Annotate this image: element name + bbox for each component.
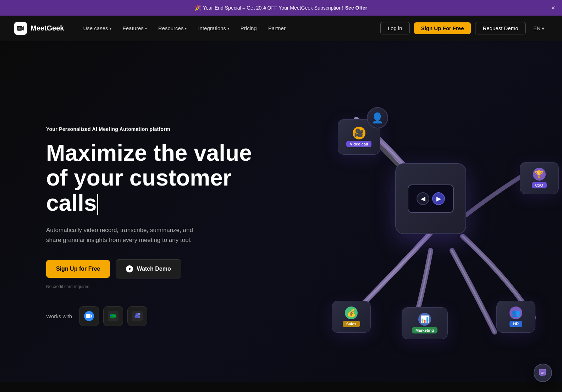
hero-watch-demo-button[interactable]: Watch Demo xyxy=(116,259,181,278)
play-icon xyxy=(126,265,133,272)
cxo-avatar: 🏆 xyxy=(533,168,546,181)
nav-features[interactable]: Features ▾ xyxy=(118,22,152,34)
nav-integrations[interactable]: Integrations ▾ xyxy=(193,22,234,34)
nav-actions: Log in Sign Up For Free Request Demo EN … xyxy=(380,22,548,34)
hub-button-right: ▶ xyxy=(432,192,445,205)
watch-demo-label: Watch Demo xyxy=(137,266,171,272)
hero-signup-button[interactable]: Sign Up for Free xyxy=(46,260,110,278)
zoom-integration-icon[interactable] xyxy=(79,306,99,326)
nav-resources[interactable]: Resources ▾ xyxy=(153,22,192,34)
request-demo-button[interactable]: Request Demo xyxy=(475,22,525,34)
no-credit-card-text: No credit card required. xyxy=(46,284,266,289)
nav-partner[interactable]: Partner xyxy=(263,22,291,34)
video-call-badge: Video call xyxy=(346,141,371,147)
language-selector[interactable]: EN ▾ xyxy=(530,23,548,33)
chevron-down-icon: ▾ xyxy=(185,27,187,31)
hub-button-left: ◀ xyxy=(417,192,429,205)
sales-card: 💰 Sales xyxy=(332,301,371,333)
works-with: Works with xyxy=(46,306,266,326)
nav-logo[interactable]: MeetGeek xyxy=(14,22,64,35)
signup-nav-button[interactable]: Sign Up For Free xyxy=(414,22,471,34)
works-with-icons xyxy=(79,306,147,326)
cxo-card: 🏆 CxO xyxy=(520,162,559,194)
navbar: MeetGeek Use cases ▾ Features ▾ Resource… xyxy=(0,16,562,41)
hub-screen: ◀ ▶ xyxy=(408,184,454,213)
logo-text: MeetGeek xyxy=(31,24,64,32)
announcement-text: Year-End Special – Get 20% OFF Your Meet… xyxy=(203,5,343,11)
svg-point-8 xyxy=(138,313,140,316)
hero-title-line1: Maximize the value xyxy=(46,140,252,166)
hr-avatar: 👥 xyxy=(509,307,522,319)
nav-use-cases[interactable]: Use cases ▾ xyxy=(78,22,116,34)
close-announcement-button[interactable]: × xyxy=(551,5,555,11)
chat-widget-button[interactable] xyxy=(534,364,552,382)
teams-integration-icon[interactable] xyxy=(127,306,147,326)
video-call-avatar: 🎥 xyxy=(353,127,365,139)
hero-illustration: ◀ ▶ 🎥 Video call 💰 Sales 📊 Marketing xyxy=(285,77,562,382)
floating-person: 👤 xyxy=(367,107,388,128)
hr-card: 👥 HR xyxy=(496,301,535,333)
chevron-down-icon: ▾ xyxy=(145,27,147,31)
hero-description: Automatically video record, transcribe, … xyxy=(46,225,209,245)
nav-links: Use cases ▾ Features ▾ Resources ▾ Integ… xyxy=(78,22,380,34)
svg-point-4 xyxy=(18,27,21,29)
svg-point-11 xyxy=(136,313,138,316)
login-button[interactable]: Log in xyxy=(380,22,410,34)
hub-center: ◀ ▶ xyxy=(395,163,466,234)
hero-section: Your Personalized AI Meeting Automation … xyxy=(0,41,562,382)
illustration-container: ◀ ▶ 🎥 Video call 💰 Sales 📊 Marketing xyxy=(285,77,562,382)
hr-badge: HR xyxy=(509,321,522,327)
hero-subtitle: Your Personalized AI Meeting Automation … xyxy=(46,126,266,132)
marketing-avatar: 📊 xyxy=(418,313,431,326)
see-offer-link[interactable]: See Offer xyxy=(345,5,367,11)
announcement-emoji: 🎉 xyxy=(195,5,201,11)
cxo-badge: CxO xyxy=(532,182,547,188)
logo-icon xyxy=(14,22,27,35)
google-meet-integration-icon[interactable] xyxy=(103,306,123,326)
lang-label: EN xyxy=(534,26,540,31)
hero-title: Maximize the value of your customer call… xyxy=(46,140,266,215)
hero-title-line2: of your customer calls xyxy=(46,165,232,215)
chevron-down-icon: ▾ xyxy=(110,27,111,31)
sales-avatar: 💰 xyxy=(345,307,358,319)
works-with-label: Works with xyxy=(46,313,72,319)
nav-pricing[interactable]: Pricing xyxy=(236,22,262,34)
hero-content: Your Personalized AI Meeting Automation … xyxy=(46,126,266,326)
chevron-down-icon: ▾ xyxy=(227,27,229,31)
chevron-down-icon: ▾ xyxy=(542,26,544,31)
text-cursor xyxy=(97,194,98,215)
sales-badge: Sales xyxy=(343,321,360,327)
marketing-badge: Marketing xyxy=(412,327,437,333)
hero-buttons: Sign Up for Free Watch Demo xyxy=(46,259,266,278)
announcement-bar: 🎉 Year-End Special – Get 20% OFF Your Me… xyxy=(0,0,562,16)
marketing-card: 📊 Marketing xyxy=(402,307,448,339)
